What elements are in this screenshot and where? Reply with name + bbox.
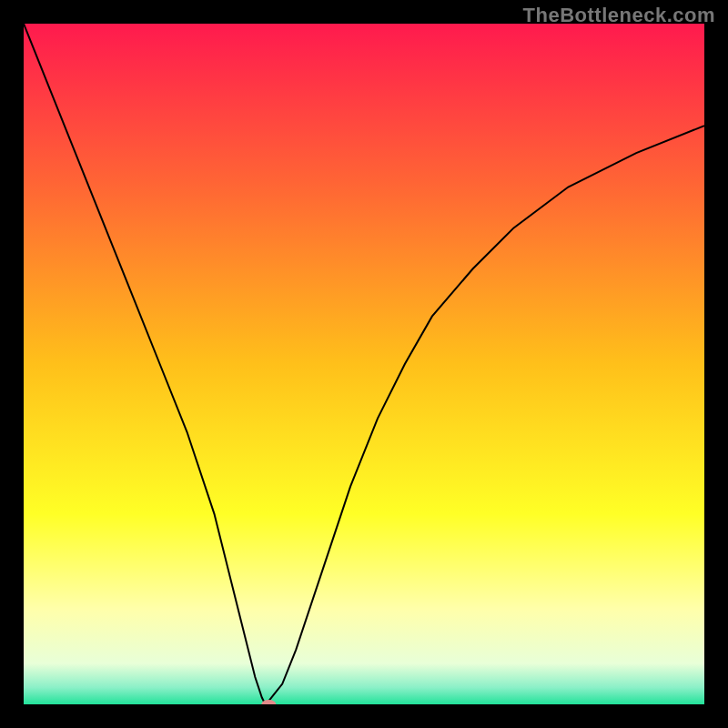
chart-frame: TheBottleneck.com (0, 0, 728, 728)
bottleneck-chart (24, 24, 704, 704)
watermark-text: TheBottleneck.com (523, 4, 715, 27)
plot-area (24, 24, 704, 704)
gradient-background (24, 24, 704, 704)
